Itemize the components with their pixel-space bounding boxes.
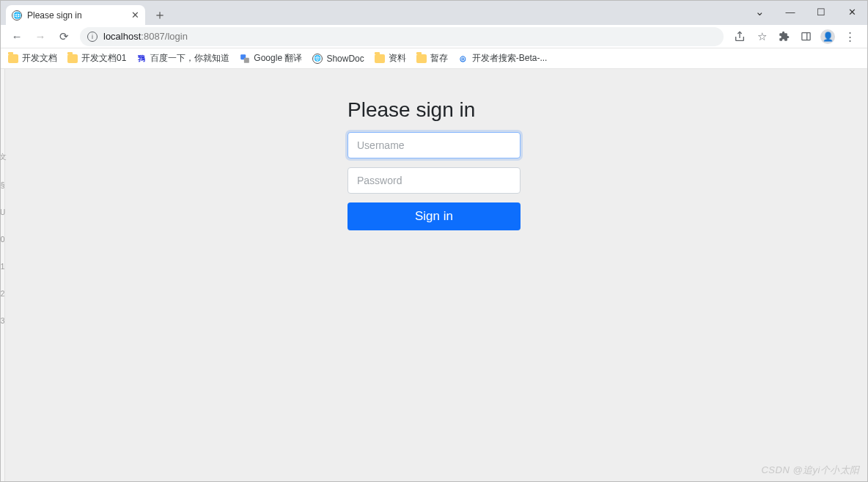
google-translate-icon (240, 54, 250, 64)
bookmark-label: 暂存 (430, 52, 448, 65)
bookmark-label: ShowDoc (326, 54, 364, 64)
bookmark-item[interactable]: 开发文档01 (67, 52, 126, 65)
url-text: localhost:8087/login (103, 31, 188, 42)
bookmark-item[interactable]: ◎ 开发者搜索-Beta-... (458, 52, 548, 65)
svg-rect-0 (801, 33, 809, 40)
address-bar: ← → ⟳ i localhost:8087/login ☆ 👤 ⋮ (1, 25, 867, 48)
svg-rect-3 (244, 57, 249, 62)
extensions-icon[interactable] (773, 26, 794, 47)
forward-button[interactable]: → (30, 26, 51, 47)
bookmark-label: 资料 (389, 52, 406, 65)
star-icon[interactable]: ☆ (751, 26, 772, 47)
bookmarks-bar: 开发文档 开发文档01 䳕 百度一下，你就知道 Google 翻译 🌐 Show… (1, 48, 867, 69)
page-content: 文§U0123 Please sign in Sign in CSDN @追yi… (1, 69, 867, 481)
watermark-text: CSDN @追yi个小太阳 (761, 464, 860, 477)
bookmark-label: Google 翻译 (254, 52, 302, 65)
folder-icon (67, 54, 78, 63)
minimize-icon[interactable]: — (775, 1, 806, 23)
tab-title: Please sign in (27, 10, 126, 21)
globe-icon: 🌐 (12, 10, 22, 21)
reload-button[interactable]: ⟳ (54, 26, 74, 47)
bookmark-label: 百度一下，你就知道 (150, 52, 229, 65)
browser-tab[interactable]: 🌐 Please sign in ✕ (6, 5, 145, 25)
profile-avatar[interactable]: 👤 (817, 26, 838, 47)
back-button[interactable]: ← (7, 26, 27, 47)
signin-form: Please sign in Sign in (347, 98, 521, 230)
kebab-menu-icon[interactable]: ⋮ (839, 26, 860, 47)
site-info-icon[interactable]: i (87, 32, 98, 42)
url-input[interactable]: i localhost:8087/login (80, 27, 724, 46)
bookmark-item[interactable]: 资料 (375, 52, 406, 65)
signin-button[interactable]: Sign in (347, 202, 521, 230)
username-input[interactable] (347, 132, 521, 158)
close-icon[interactable]: ✕ (131, 10, 139, 21)
bookmark-item[interactable]: 🌐 ShowDoc (312, 54, 364, 64)
bookmark-label: 开发文档01 (81, 52, 126, 65)
new-tab-button[interactable]: ＋ (150, 4, 170, 25)
bookmark-item[interactable]: 暂存 (416, 52, 448, 65)
close-window-icon[interactable]: ✕ (836, 1, 867, 23)
bookmark-item[interactable]: 开发文档 (8, 52, 57, 65)
maximize-icon[interactable]: ☐ (806, 1, 836, 23)
bookmark-item[interactable]: Google 翻译 (240, 52, 302, 65)
page-title: Please sign in (347, 98, 521, 122)
password-input[interactable] (347, 167, 521, 194)
bookmark-label: 开发者搜索-Beta-... (472, 52, 548, 65)
folder-icon (416, 54, 427, 63)
background-edge: 文§U0123 (1, 69, 5, 481)
baidu-icon: 䳕 (136, 54, 147, 64)
target-icon: ◎ (458, 54, 468, 64)
bookmark-item[interactable]: 䳕 百度一下，你就知道 (136, 52, 229, 65)
share-icon[interactable] (729, 26, 750, 47)
sidepanel-icon[interactable] (795, 26, 816, 47)
globe-icon: 🌐 (312, 54, 323, 64)
bookmark-label: 开发文档 (22, 52, 57, 65)
chevron-down-icon[interactable]: ⌄ (744, 1, 775, 23)
browser-titlebar: 🌐 Please sign in ✕ ＋ ⌄ — ☐ ✕ (1, 1, 867, 25)
window-controls: ⌄ — ☐ ✕ (744, 1, 867, 23)
folder-icon (8, 54, 18, 63)
folder-icon (375, 54, 385, 63)
